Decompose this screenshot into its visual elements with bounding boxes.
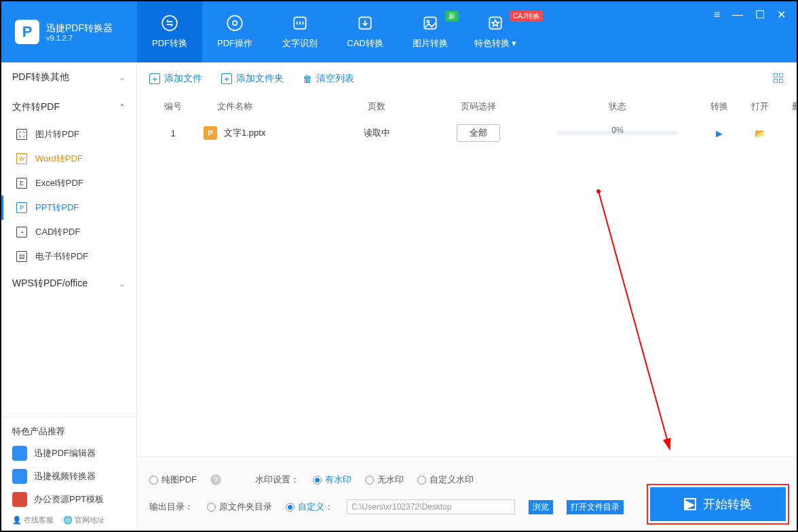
- section-pdf-to-other[interactable]: PDF转换其他⌄: [1, 62, 136, 92]
- promo-title: 特色产品推荐: [1, 417, 136, 442]
- svg-rect-8: [774, 73, 777, 77]
- open-dir-button[interactable]: 打开文件目录: [567, 500, 624, 514]
- svg-rect-10: [774, 79, 777, 82]
- watermark-no-radio[interactable]: 无水印: [365, 474, 404, 486]
- window-controls: ≡ — ☐ ✕: [714, 8, 786, 21]
- tab-pdf-convert[interactable]: PDF转换: [137, 1, 202, 62]
- star-icon: [487, 14, 504, 32]
- tab-ocr[interactable]: 文字识别: [267, 1, 332, 62]
- word-icon: W: [16, 153, 27, 164]
- output-label: 输出目录：: [149, 501, 193, 513]
- sidebar-item-ebook-to-pdf[interactable]: ▤电子书转PDF: [1, 244, 136, 269]
- image-icon: [421, 14, 439, 32]
- sidebar-item-image-to-pdf[interactable]: ⛶图片转PDF: [1, 122, 136, 147]
- website-link[interactable]: 🌐 官网地址: [63, 515, 104, 525]
- app-version: v9.1.2.7: [46, 34, 113, 42]
- ebook-icon: ▤: [16, 251, 27, 262]
- tab-pdf-ops[interactable]: PDF操作: [202, 1, 267, 62]
- grid-view-icon[interactable]: [772, 72, 784, 86]
- convert-play-icon[interactable]: ▶: [699, 128, 740, 138]
- row-number: 1: [149, 128, 197, 138]
- tab-special[interactable]: 特色转换 ▾ CAJ转换: [463, 1, 528, 62]
- text-icon: [291, 14, 309, 32]
- minimize-icon[interactable]: —: [732, 9, 743, 21]
- promo-icon: [12, 469, 27, 484]
- ppt-icon: P: [16, 202, 27, 213]
- promo-video-converter[interactable]: 迅捷视频转换器: [1, 465, 136, 488]
- cad-icon: ⌁: [16, 227, 27, 238]
- svg-point-2: [233, 21, 238, 26]
- sidebar-item-ppt-to-pdf[interactable]: PPPT转PDF: [1, 195, 136, 220]
- promo-icon: [12, 446, 27, 461]
- sidebar: PDF转换其他⌄ 文件转PDF⌃ ⛶图片转PDF WWord转PDF EExce…: [1, 62, 137, 531]
- download-icon: [356, 14, 374, 32]
- new-badge: 新: [445, 11, 459, 22]
- start-convert-button[interactable]: ▶ 开始转换: [650, 487, 786, 521]
- sidebar-item-cad-to-pdf[interactable]: ⌁CAD转PDF: [1, 220, 136, 244]
- output-source-radio[interactable]: 原文件夹目录: [207, 501, 272, 513]
- sidebar-item-word-to-pdf[interactable]: WWord转PDF: [1, 147, 136, 171]
- delete-row-icon[interactable]: 🗑: [780, 128, 798, 138]
- maximize-icon[interactable]: ☐: [755, 8, 765, 21]
- top-bar: P 迅捷PDF转换器 v9.1.2.7 PDF转换 PDF操作 文字识别 CAD…: [1, 1, 797, 62]
- page-select-button[interactable]: 全部: [457, 124, 500, 142]
- menu-icon[interactable]: ≡: [714, 9, 720, 21]
- plus-icon: +: [221, 73, 232, 84]
- tab-cad[interactable]: CAD转换: [332, 1, 398, 62]
- play-icon: ▶: [684, 498, 696, 510]
- svg-point-6: [427, 20, 429, 22]
- promo-ppt-templates[interactable]: 办公资源PPT模板: [1, 488, 136, 511]
- excel-icon: E: [16, 178, 27, 189]
- app-logo-icon: P: [15, 20, 39, 44]
- status-cell: 0%: [536, 131, 699, 135]
- online-support-link[interactable]: 👤 在线客服: [12, 515, 54, 525]
- clear-list-button[interactable]: 🗑清空列表: [303, 73, 354, 85]
- tab-image[interactable]: 图片转换 新: [398, 1, 463, 62]
- svg-rect-9: [780, 73, 783, 77]
- caj-badge: CAJ转换: [510, 11, 543, 22]
- main-tabs: PDF转换 PDF操作 文字识别 CAD转换 图片转换 新 特色转换 ▾ CAJ…: [137, 1, 797, 62]
- table-row: 1 P 文字1.pptx 读取中 全部 0% ▶ 📂 🗑 ⋮: [137, 118, 797, 148]
- watermark-yes-radio[interactable]: 有水印: [313, 474, 352, 486]
- add-folder-button[interactable]: +添加文件夹: [221, 73, 284, 85]
- watermark-custom-radio[interactable]: 自定义水印: [417, 474, 474, 486]
- help-icon[interactable]: ?: [210, 474, 221, 485]
- promo-icon: [12, 492, 27, 507]
- app-name: 迅捷PDF转换器: [46, 22, 113, 34]
- svg-point-1: [227, 16, 242, 31]
- output-path-input[interactable]: [347, 499, 515, 514]
- swap-icon: [161, 14, 178, 32]
- open-folder-icon[interactable]: 📂: [740, 128, 780, 138]
- svg-rect-11: [780, 79, 783, 82]
- svg-point-0: [162, 16, 177, 31]
- image-icon: ⛶: [16, 129, 27, 140]
- file-name-cell: P 文字1.pptx: [197, 126, 332, 140]
- sidebar-item-excel-to-pdf[interactable]: EExcel转PDF: [1, 171, 136, 195]
- main-area: +添加文件 +添加文件夹 🗑清空列表 编号 文件名称 页数 页码选择 状态 转换…: [137, 62, 797, 531]
- gear-icon: [226, 14, 244, 32]
- output-custom-radio[interactable]: 自定义：: [286, 501, 333, 513]
- plus-icon: +: [149, 73, 160, 84]
- file-toolbar: +添加文件 +添加文件夹 🗑清空列表: [137, 62, 797, 95]
- pure-pdf-radio[interactable]: 纯图PDF: [149, 474, 197, 486]
- section-file-to-pdf[interactable]: 文件转PDF⌃: [1, 92, 136, 122]
- ppt-file-icon: P: [204, 126, 217, 140]
- trash-icon: 🗑: [303, 73, 312, 84]
- add-file-button[interactable]: +添加文件: [149, 73, 202, 85]
- browse-button[interactable]: 浏览: [529, 500, 553, 514]
- table-header: 编号 文件名称 页数 页码选择 状态 转换 打开 删除 更多: [137, 95, 797, 118]
- page-count: 读取中: [332, 127, 421, 139]
- bottom-panel: 纯图PDF ? 水印设置： 有水印 无水印 自定义水印 输出目录： 原文件夹目录…: [137, 456, 797, 531]
- close-icon[interactable]: ✕: [777, 8, 786, 21]
- brand: P 迅捷PDF转换器 v9.1.2.7: [1, 1, 137, 62]
- section-wps[interactable]: WPS转PDF/office⌄: [1, 269, 136, 299]
- promo-pdf-editor[interactable]: 迅捷PDF编辑器: [1, 442, 136, 465]
- watermark-label: 水印设置：: [255, 474, 299, 486]
